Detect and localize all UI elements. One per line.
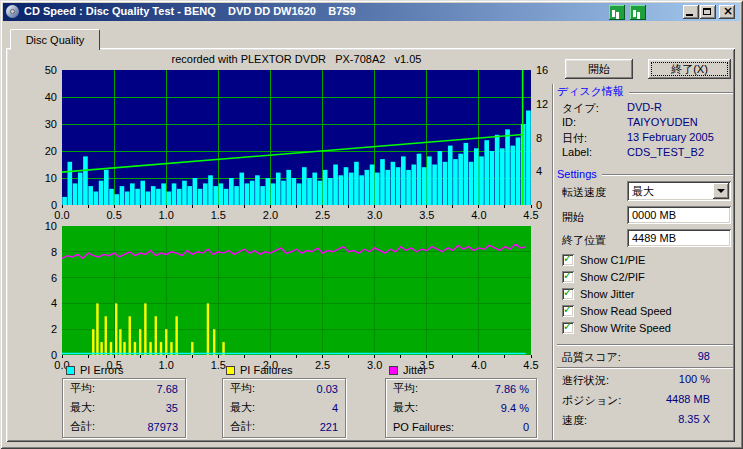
stat-value: 0 — [523, 421, 529, 433]
start-button-label: 開始 — [588, 62, 610, 77]
cd-disc-icon — [6, 5, 19, 18]
dropdown-button[interactable] — [713, 183, 729, 199]
titlebar-chart-icon — [609, 5, 625, 20]
stat-label: 合計: — [70, 419, 95, 434]
panel-divider — [552, 84, 554, 440]
recorded-with-label: recorded with PLEXTOR DVDR PX-708A2 v1.0… — [62, 53, 531, 65]
disc-label-label: Label: — [562, 146, 592, 158]
stat-value: 7.68 — [157, 383, 178, 395]
stat-label: 最大: — [70, 400, 95, 415]
divider-line — [557, 344, 733, 346]
checkbox-label: Show C2/PIF — [580, 271, 645, 283]
disc-info-section-header: ディスク情報 — [557, 84, 733, 99]
stat-label: 平均: — [393, 381, 418, 396]
disc-info-title: ディスク情報 — [557, 84, 624, 99]
stat-label: 合計: — [230, 419, 255, 434]
title-bar: CD Speed : Disc Quality Test - BENQ DVD … — [3, 3, 740, 21]
checkbox-show-write-speed[interactable]: Show Write Speed — [562, 321, 671, 335]
start-button[interactable]: 開始 — [565, 59, 633, 79]
start-position-label: 開始 — [562, 210, 584, 225]
app-cd-icon — [6, 5, 20, 19]
stat-row: PO Failures: 0 — [386, 417, 536, 436]
jitter-legend-label: Jitter — [403, 364, 427, 376]
tab-disc-quality[interactable]: Disc Quality — [10, 29, 100, 50]
close-button[interactable] — [719, 5, 735, 19]
checkbox-box[interactable] — [562, 254, 574, 266]
exit-button[interactable]: 終了(X) — [648, 59, 731, 79]
chevron-down-icon — [717, 189, 725, 197]
disc-date-value: 13 February 2005 — [627, 131, 714, 143]
settings-title: Settings — [557, 168, 597, 180]
stat-row: 最大: 9.4 % — [386, 398, 536, 417]
checkbox-box[interactable] — [562, 288, 574, 300]
end-position-field[interactable]: 4489 MB — [627, 229, 731, 247]
end-position-label: 終了位置 — [562, 233, 606, 248]
start-position-field[interactable]: 0000 MB — [627, 206, 731, 224]
stat-label: 最大: — [230, 400, 255, 415]
disc-type-label: タイプ: — [562, 101, 599, 116]
stat-label: PO Failures: — [393, 421, 454, 433]
speed-label: 速度: — [562, 413, 587, 428]
disc-id-value: TAIYOYUDEN — [627, 116, 698, 128]
end-position-value: 4489 MB — [632, 232, 676, 244]
progress-label: 進行状況: — [562, 373, 609, 388]
pi-errors-stats: PI Errors 平均: 7.68 最大: 35 合計: 87973 — [62, 364, 186, 438]
transfer-speed-value: 最大 — [627, 184, 713, 199]
stat-label: 最大: — [393, 400, 418, 415]
minimize-button[interactable] — [683, 5, 699, 19]
exit-button-label: 終了(X) — [671, 62, 708, 77]
position-label: ポジション: — [562, 393, 621, 408]
checkbox-show-c1-pie[interactable]: Show C1/PIE — [562, 253, 645, 267]
stat-label: 平均: — [70, 381, 95, 396]
checkbox-box[interactable] — [562, 271, 574, 283]
stat-value: 7.86 % — [495, 383, 529, 395]
stat-value: 0.03 — [317, 383, 338, 395]
checkbox-show-c2-pif[interactable]: Show C2/PIF — [562, 270, 645, 284]
quality-score-label: 品質スコア: — [562, 350, 621, 365]
stat-row: 合計: 87973 — [63, 417, 185, 436]
jitter-stats: Jitter 平均: 7.86 % 最大: 9.4 % PO Failures:… — [385, 364, 537, 438]
maximize-icon — [703, 8, 711, 15]
divider-line — [602, 174, 733, 176]
stat-value: 87973 — [147, 421, 178, 433]
pi-failures-legend: PI Failures — [226, 364, 346, 376]
stat-value: 9.4 % — [501, 402, 529, 414]
window-title: CD Speed : Disc Quality Test - BENQ DVD … — [24, 5, 356, 17]
maximize-button[interactable] — [700, 5, 716, 19]
jitter-color-swatch — [389, 366, 398, 375]
settings-section-header: Settings — [557, 168, 733, 180]
stat-row: 平均: 0.03 — [223, 379, 345, 398]
checkbox-show-read-speed[interactable]: Show Read Speed — [562, 304, 672, 318]
progress-value: 100 % — [679, 373, 710, 385]
checkbox-box[interactable] — [562, 322, 574, 334]
divider-line — [557, 367, 733, 369]
jitter-box: 平均: 7.86 % 最大: 9.4 % PO Failures: 0 — [385, 378, 537, 438]
divider-line — [629, 92, 733, 94]
disc-date-label: 日付: — [562, 131, 587, 146]
pi-errors-color-swatch — [66, 366, 75, 375]
checkbox-label: Show Read Speed — [580, 305, 672, 317]
jitter-legend: Jitter — [389, 364, 537, 376]
checkbox-box[interactable] — [562, 305, 574, 317]
pi-errors-legend-label: PI Errors — [80, 364, 123, 376]
transfer-speed-select[interactable]: 最大 — [627, 181, 731, 201]
minimize-icon — [686, 14, 693, 16]
stat-value: 4 — [332, 402, 338, 414]
checkbox-label: Show Jitter — [580, 288, 634, 300]
checkbox-label: Show C1/PIE — [580, 254, 645, 266]
speed-value: 8.35 X — [678, 413, 710, 425]
disc-id-label: ID: — [562, 116, 576, 128]
pi-errors-legend: PI Errors — [66, 364, 186, 376]
stat-value: 221 — [320, 421, 338, 433]
app-window: CD Speed : Disc Quality Test - BENQ DVD … — [0, 0, 743, 449]
checkbox-show-jitter[interactable]: Show Jitter — [562, 287, 634, 301]
disc-type-value: DVD-R — [627, 101, 662, 113]
quality-score-value: 98 — [698, 350, 710, 362]
tab-label: Disc Quality — [26, 34, 85, 46]
pi-failures-legend-label: PI Failures — [240, 364, 293, 376]
stat-value: 35 — [166, 402, 178, 414]
stat-row: 平均: 7.86 % — [386, 379, 536, 398]
checkbox-label: Show Write Speed — [580, 322, 671, 334]
pi-failures-color-swatch — [226, 366, 235, 375]
pi-failures-box: 平均: 0.03 最大: 4 合計: 221 — [222, 378, 346, 438]
